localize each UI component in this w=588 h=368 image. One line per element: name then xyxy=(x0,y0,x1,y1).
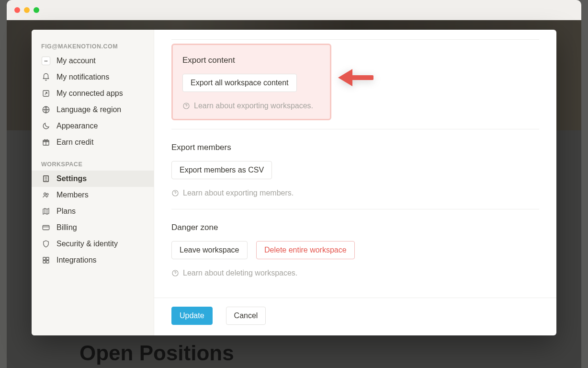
help-delete-workspaces[interactable]: Learn about deleting workspaces. xyxy=(171,269,539,277)
sidebar-section-workspace: WORKSPACE xyxy=(32,159,154,171)
section-title-danger-zone: Danger zone xyxy=(171,223,539,232)
svg-point-4 xyxy=(44,193,46,196)
bell-icon xyxy=(41,72,51,82)
sidebar-item-appearance[interactable]: Appearance xyxy=(32,118,154,134)
avatar-icon: •• xyxy=(41,56,51,66)
sidebar-item-label: My connected apps xyxy=(57,89,123,98)
sidebar-item-label: My account xyxy=(57,57,96,65)
help-export-workspaces[interactable]: Learn about exporting workspaces. xyxy=(182,102,320,110)
settings-sidebar: FIG@MAKENOTION.COM •• My account My noti… xyxy=(32,30,154,335)
map-icon xyxy=(41,207,51,216)
sidebar-item-my-notifications[interactable]: My notifications xyxy=(32,69,154,85)
sidebar-item-label: Members xyxy=(57,191,89,199)
sidebar-item-members[interactable]: Members xyxy=(32,187,154,203)
sidebar-item-plans[interactable]: Plans xyxy=(32,203,154,219)
zoom-window-button[interactable] xyxy=(34,7,39,13)
sidebar-item-label: Plans xyxy=(57,207,76,216)
building-icon xyxy=(41,174,51,184)
people-icon xyxy=(41,190,51,200)
export-content-highlight: Export content Export all workspace cont… xyxy=(171,44,331,120)
leave-workspace-button[interactable]: Leave workspace xyxy=(171,241,248,259)
section-title-export-members: Export members xyxy=(171,143,539,152)
sidebar-item-language-region[interactable]: Language & region xyxy=(32,102,154,118)
globe-icon xyxy=(41,105,51,115)
divider xyxy=(171,39,539,40)
svg-point-5 xyxy=(46,194,48,196)
sidebar-item-earn-credit[interactable]: Earn credit xyxy=(32,134,154,150)
sidebar-item-security-identity[interactable]: Security & identity xyxy=(32,236,154,252)
settings-content: Export content Export all workspace cont… xyxy=(154,30,556,335)
help-icon xyxy=(182,102,190,110)
update-button[interactable]: Update xyxy=(171,307,213,325)
mac-titlebar xyxy=(7,0,581,20)
sidebar-item-my-account[interactable]: •• My account xyxy=(32,53,154,69)
callout-arrow xyxy=(338,67,373,88)
sidebar-item-label: Appearance xyxy=(57,122,98,130)
svg-rect-6 xyxy=(43,226,49,230)
help-icon xyxy=(171,189,179,197)
cancel-button[interactable]: Cancel xyxy=(226,307,266,325)
svg-rect-10 xyxy=(46,261,49,263)
tiles-icon xyxy=(41,255,51,265)
help-text: Learn about exporting workspaces. xyxy=(194,102,313,110)
grid-arrow-icon xyxy=(41,89,51,98)
gift-icon xyxy=(41,138,51,147)
export-members-csv-button[interactable]: Export members as CSV xyxy=(171,161,272,179)
sidebar-item-label: Integrations xyxy=(57,256,97,264)
sidebar-item-billing[interactable]: Billing xyxy=(32,219,154,236)
close-window-button[interactable] xyxy=(14,7,20,13)
delete-workspace-button[interactable]: Delete entire workspace xyxy=(256,241,355,259)
help-icon xyxy=(171,269,179,277)
svg-rect-8 xyxy=(46,257,49,260)
help-text: Learn about exporting members. xyxy=(183,189,294,197)
svg-rect-3 xyxy=(44,176,49,182)
sidebar-item-label: Billing xyxy=(57,223,77,232)
section-title-export-content: Export content xyxy=(182,56,320,65)
sidebar-item-label: Earn credit xyxy=(57,138,93,147)
export-all-workspace-content-button[interactable]: Export all workspace content xyxy=(182,74,297,92)
sidebar-item-settings[interactable]: Settings xyxy=(32,171,154,187)
section-danger-zone: Danger zone Leave workspace Delete entir… xyxy=(171,209,539,289)
help-export-members[interactable]: Learn about exporting members. xyxy=(171,189,539,197)
shield-icon xyxy=(41,239,51,249)
modal-footer: Update Cancel xyxy=(154,298,556,335)
traffic-lights xyxy=(14,7,39,13)
card-icon xyxy=(41,223,51,232)
sidebar-item-label: My notifications xyxy=(57,73,109,81)
sidebar-item-label: Security & identity xyxy=(57,240,118,248)
svg-rect-12 xyxy=(351,75,373,80)
sidebar-section-account: FIG@MAKENOTION.COM xyxy=(32,41,154,53)
svg-rect-9 xyxy=(43,261,45,263)
section-export-members: Export members Export members as CSV Lea… xyxy=(171,129,539,209)
settings-modal: FIG@MAKENOTION.COM •• My account My noti… xyxy=(32,30,556,335)
minimize-window-button[interactable] xyxy=(24,7,30,13)
sidebar-item-integrations[interactable]: Integrations xyxy=(32,252,154,268)
svg-rect-7 xyxy=(43,257,45,260)
sidebar-item-label: Settings xyxy=(57,174,87,183)
sidebar-item-connected-apps[interactable]: My connected apps xyxy=(32,85,154,102)
sidebar-item-label: Language & region xyxy=(57,105,121,114)
help-text: Learn about deleting workspaces. xyxy=(183,269,297,277)
moon-icon xyxy=(41,121,51,131)
